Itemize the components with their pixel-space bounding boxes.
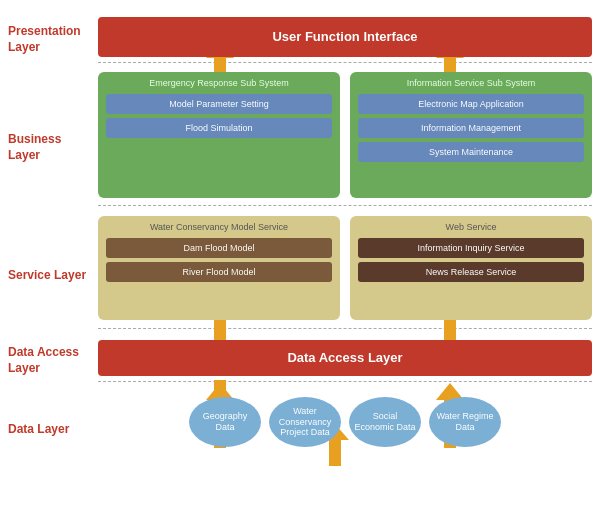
business-layer-label: Business Layer [8, 102, 98, 163]
dam-flood-model-module: Dam Flood Model [106, 238, 332, 258]
business-subsystems: Emergency Response Sub System Model Para… [98, 68, 592, 198]
web-service-title: Web Service [358, 222, 584, 232]
user-function-interface-box: User Function Interface [98, 17, 592, 57]
model-parameter-module: Model Parameter Setting [106, 94, 332, 114]
service-layer-content: Water Conservancy Model Service Dam Floo… [98, 212, 592, 320]
emergency-sub-system-title: Emergency Response Sub System [106, 78, 332, 88]
architecture-diagram: Presentation Layer User Function Interfa… [0, 0, 600, 518]
info-inquiry-module: Information Inquiry Service [358, 238, 584, 258]
service-layer-label: Service Layer [8, 248, 98, 284]
presentation-layer-row: Presentation Layer User Function Interfa… [8, 8, 592, 60]
presentation-layer-label: Presentation Layer [8, 12, 98, 55]
presentation-layer-content: User Function Interface [98, 11, 592, 57]
info-management-module: Information Management [358, 118, 584, 138]
dal-layer-row: Data Access Layer Data Access Layer [8, 329, 592, 379]
data-layer-label: Data Layer [8, 398, 98, 438]
dal-layer-content: Data Access Layer [98, 333, 592, 376]
data-access-layer-box: Data Access Layer [98, 340, 592, 376]
service-boxes: Water Conservancy Model Service Dam Floo… [98, 212, 592, 320]
dal-layer-label: Data Access Layer [8, 331, 98, 376]
news-release-module: News Release Service [358, 262, 584, 282]
business-layer-row: Business Layer Emergency Response Sub Sy… [8, 63, 592, 203]
business-layer-content: Emergency Response Sub System Model Para… [98, 68, 592, 198]
geography-data-item: Geography Data [189, 397, 261, 447]
water-conservancy-service-box: Water Conservancy Model Service Dam Floo… [98, 216, 340, 320]
social-economic-data-item: Social Economic Data [349, 397, 421, 447]
data-layer-content: Geography Data Water Conservancy Project… [98, 389, 592, 447]
emergency-sub-system-box: Emergency Response Sub System Model Para… [98, 72, 340, 198]
data-layer-row: Data Layer Geography Data Water Conserva… [8, 382, 592, 454]
service-layer-row: Service Layer Water Conservancy Model Se… [8, 206, 592, 326]
web-service-box: Web Service Information Inquiry Service … [350, 216, 592, 320]
info-sub-system-title: Information Service Sub System [358, 78, 584, 88]
data-items: Geography Data Water Conservancy Project… [98, 389, 592, 447]
info-sub-system-box: Information Service Sub System Electroni… [350, 72, 592, 198]
water-regime-data-item: Water Regime Data [429, 397, 501, 447]
system-maintenance-module: System Maintenance [358, 142, 584, 162]
electronic-map-module: Electronic Map Application [358, 94, 584, 114]
river-flood-model-module: River Flood Model [106, 262, 332, 282]
water-conservancy-project-data-item: Water Conservancy Project Data [269, 397, 341, 447]
flood-simulation-module: Flood Simulation [106, 118, 332, 138]
water-service-title: Water Conservancy Model Service [106, 222, 332, 232]
